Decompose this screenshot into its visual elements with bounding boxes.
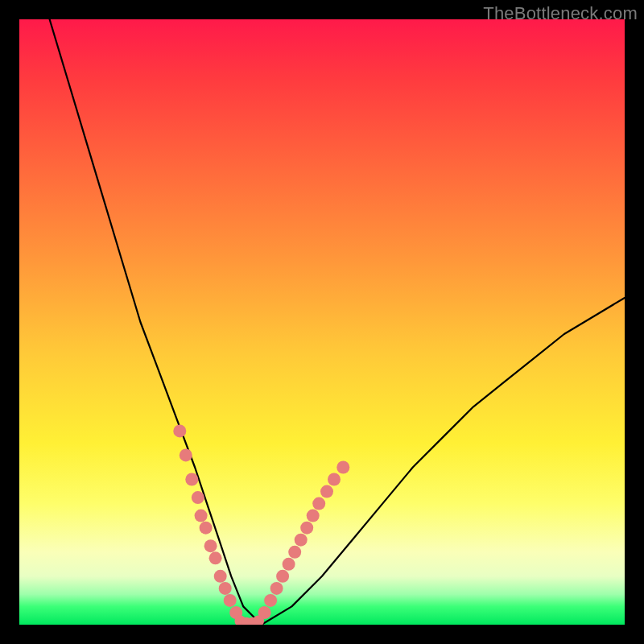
data-point	[300, 522, 313, 535]
data-point	[288, 546, 301, 559]
data-point	[276, 570, 289, 583]
data-point	[195, 510, 208, 522]
data-point	[214, 570, 227, 583]
data-point	[204, 539, 217, 552]
data-point	[336, 461, 349, 474]
data-point	[209, 551, 222, 564]
data-point	[307, 510, 320, 522]
data-point	[312, 497, 325, 510]
data-point	[264, 594, 277, 607]
bottleneck-curve	[50, 19, 625, 625]
data-point	[295, 534, 308, 547]
data-point	[192, 491, 204, 504]
data-point	[283, 558, 295, 571]
data-point	[270, 582, 283, 595]
chart-svg	[19, 19, 625, 625]
data-point	[219, 582, 232, 595]
data-point	[328, 473, 341, 486]
data-point	[320, 485, 333, 498]
data-point	[200, 522, 213, 535]
data-point	[224, 594, 237, 607]
chart-plot-area	[19, 19, 625, 625]
data-point	[180, 448, 192, 461]
data-point	[185, 473, 198, 486]
data-point	[173, 424, 186, 437]
